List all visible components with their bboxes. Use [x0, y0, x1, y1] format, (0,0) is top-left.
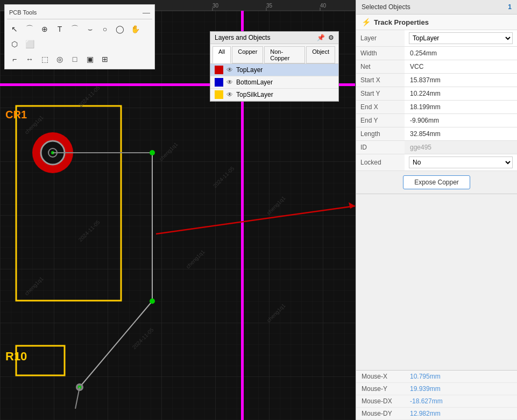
start-x-input[interactable]: [409, 76, 513, 84]
length-input[interactable]: [409, 130, 513, 138]
prop-value-start-y: [405, 87, 517, 101]
toplayer-eye-icon[interactable]: 👁: [226, 66, 233, 74]
mouse-coords-section: Mouse-X 10.795mm Mouse-Y 19.939mm Mouse-…: [356, 370, 517, 420]
prop-value-end-y: [405, 114, 517, 127]
prop-row-end-y: End Y: [356, 114, 517, 127]
pcb-tools-title-bar: PCB Tools —: [7, 7, 152, 19]
width-input[interactable]: [409, 49, 513, 58]
tool-via[interactable]: ◎: [52, 52, 67, 67]
track-props-icon: ⚡: [362, 18, 371, 26]
tool-pad[interactable]: □: [67, 52, 82, 67]
tab-copper[interactable]: Copper: [232, 46, 263, 63]
layers-icons: 📌 ⚙: [317, 34, 334, 41]
prop-label-start-y: Start Y: [356, 87, 405, 101]
coord-label-mouse-dx: Mouse-DX: [356, 395, 405, 408]
layers-panel-header: Layers and Objects 📌 ⚙: [210, 32, 338, 44]
tool-circle[interactable]: ○: [97, 22, 112, 37]
prop-row-locked: Locked No Yes: [356, 154, 517, 171]
layer-tabs: All Copper Non-Copper Object: [210, 44, 338, 64]
track-properties-title: Track Properties: [374, 18, 429, 26]
tool-move[interactable]: ⊞: [97, 52, 112, 67]
bottomlayer-eye-icon[interactable]: 👁: [226, 79, 233, 86]
tool-measure[interactable]: ↔: [22, 52, 37, 67]
pcb-tools-label: PCB Tools: [9, 9, 37, 16]
toplayer-color: [215, 66, 223, 74]
prop-row-layer: Layer TopLayer BottomLayer: [356, 30, 517, 47]
prop-value-layer: TopLayer BottomLayer: [405, 30, 517, 47]
layer-row-topsilklayer[interactable]: 👁 TopSilkLayer: [210, 89, 338, 101]
prop-label-locked: Locked: [356, 154, 405, 171]
selected-objects-header: Selected Objects 1: [356, 0, 517, 15]
expose-copper-button[interactable]: Expose Copper: [403, 175, 470, 189]
prop-row-start-x: Start X: [356, 74, 517, 87]
prop-value-end-x: [405, 101, 517, 114]
tool-wire[interactable]: ⌒: [22, 22, 37, 37]
tool-arc1[interactable]: ⌒: [67, 22, 82, 37]
end-y-input[interactable]: [409, 116, 513, 125]
prop-value-locked: No Yes: [405, 154, 517, 171]
layers-panel-title: Layers and Objects: [215, 34, 270, 41]
layer-row-bottomlayer[interactable]: 👁 BottomLayer: [210, 76, 338, 89]
prop-value-length: [405, 127, 517, 141]
main-container: 30 35 40: [0, 0, 517, 420]
locked-select[interactable]: No Yes: [409, 156, 513, 168]
tool-image[interactable]: ⬜: [22, 37, 37, 52]
coord-row-mouse-dx: Mouse-DX -18.627mm: [356, 395, 517, 408]
tab-all[interactable]: All: [213, 46, 231, 63]
topsilklayer-color: [215, 90, 223, 99]
right-panel: Selected Objects 1 ⚡ Track Properties La…: [356, 0, 517, 420]
prop-row-length: Length: [356, 127, 517, 141]
tab-object[interactable]: Object: [306, 46, 335, 63]
tool-text[interactable]: T: [52, 22, 67, 37]
start-y-input[interactable]: [409, 89, 513, 98]
canvas-area: 30 35 40: [0, 0, 356, 420]
coord-label-mouse-y: Mouse-Y: [356, 383, 405, 395]
layers-panel: Layers and Objects 📌 ⚙ All Copper Non-Co…: [210, 31, 339, 102]
mouse-coords-table: Mouse-X 10.795mm Mouse-Y 19.939mm Mouse-…: [356, 371, 517, 420]
coord-value-mouse-x: 10.795mm: [405, 371, 517, 383]
tool-poly[interactable]: ⬡: [7, 37, 22, 52]
prop-row-id: ID: [356, 141, 517, 154]
prop-row-start-y: Start Y: [356, 87, 517, 101]
prop-label-start-x: Start X: [356, 74, 405, 87]
coord-row-mouse-dy: Mouse-DY 12.982mm: [356, 408, 517, 420]
prop-row-end-x: End X: [356, 101, 517, 114]
tool-pan[interactable]: ✋: [128, 22, 143, 37]
prop-label-net: Net: [356, 60, 405, 74]
prop-row-net: Net: [356, 60, 517, 74]
pcb-tools-panel: PCB Tools — ↖ ⌒ ⊕ T ⌒ ⌣ ○ ◯ ✋ ⬡ ⬜ ⌐ ↔ ⬚: [4, 4, 155, 69]
tool-select2[interactable]: ▣: [82, 52, 97, 67]
coord-row-mouse-y: Mouse-Y 19.939mm: [356, 383, 517, 395]
tool-arc2[interactable]: ⌣: [82, 22, 97, 37]
coord-row-mouse-x: Mouse-X 10.795mm: [356, 371, 517, 383]
layer-select[interactable]: TopLayer BottomLayer: [409, 32, 513, 44]
tool-target[interactable]: ⊕: [37, 22, 52, 37]
track-properties-header: ⚡ Track Properties: [356, 15, 517, 30]
coord-label-mouse-x: Mouse-X: [356, 371, 405, 383]
coord-value-mouse-dx: -18.627mm: [405, 395, 517, 408]
net-input[interactable]: [409, 62, 513, 71]
bottomlayer-color: [215, 78, 223, 87]
tools-row-2: ⌐ ↔ ⬚ ◎ □ ▣ ⊞: [7, 52, 152, 67]
selected-objects-label: Selected Objects: [362, 3, 410, 11]
end-x-input[interactable]: [409, 103, 513, 111]
tool-circle2[interactable]: ◯: [112, 22, 128, 37]
prop-row-width: Width: [356, 47, 517, 60]
prop-label-length: Length: [356, 127, 405, 141]
prop-label-width: Width: [356, 47, 405, 60]
prop-label-end-x: End X: [356, 101, 405, 114]
tool-angle[interactable]: ⌐: [7, 52, 22, 67]
coord-label-mouse-dy: Mouse-DY: [356, 408, 405, 420]
layer-row-toplayer[interactable]: 👁 TopLayer: [210, 64, 338, 76]
pin-icon[interactable]: 📌: [317, 34, 325, 41]
tool-cursor[interactable]: ↖: [7, 22, 22, 37]
bottomlayer-name: BottomLayer: [236, 79, 273, 86]
tools-row-1: ↖ ⌒ ⊕ T ⌒ ⌣ ○ ◯ ✋ ⬡ ⬜: [7, 22, 152, 52]
topsilklayer-name: TopSilkLayer: [236, 91, 273, 98]
tool-select1[interactable]: ⬚: [37, 52, 52, 67]
id-input: [409, 143, 513, 152]
topsilklayer-eye-icon[interactable]: 👁: [226, 91, 233, 98]
tab-non-copper[interactable]: Non-Copper: [264, 46, 305, 63]
minimize-button[interactable]: —: [143, 8, 150, 17]
settings-icon[interactable]: ⚙: [328, 34, 334, 41]
